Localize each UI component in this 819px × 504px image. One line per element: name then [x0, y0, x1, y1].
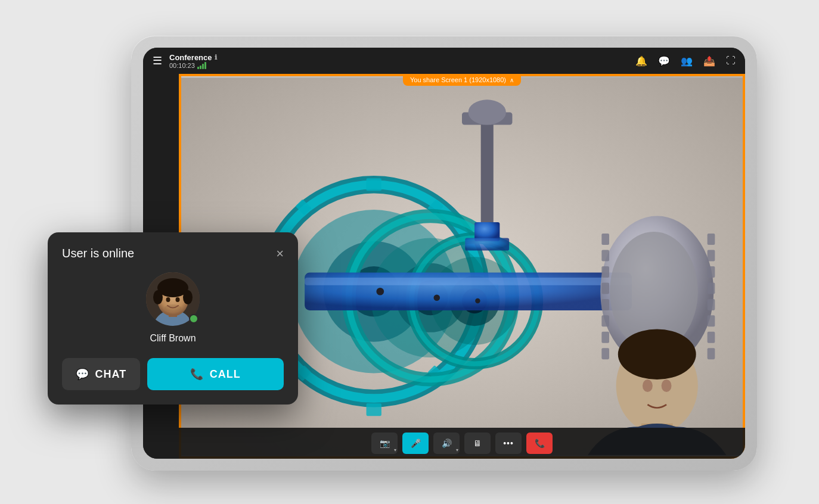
svg-rect-34 [601, 332, 609, 343]
svg-rect-30 [601, 266, 609, 278]
popup-title: User is online [62, 247, 134, 260]
svg-rect-33 [601, 315, 609, 326]
svg-rect-32 [601, 299, 609, 310]
svg-point-54 [618, 329, 696, 379]
svg-rect-28 [601, 234, 609, 245]
conference-info: Conference ℹ 00:10:23 [169, 53, 217, 69]
svg-rect-29 [601, 250, 609, 262]
svg-rect-6 [367, 403, 381, 416]
svg-point-51 [475, 298, 480, 303]
svg-rect-44 [481, 116, 494, 229]
svg-rect-31 [601, 282, 609, 294]
svg-point-56 [662, 379, 672, 392]
chat-button[interactable]: 💬 CHAT [62, 358, 140, 390]
svg-rect-40 [708, 299, 715, 310]
conference-title: Conference ℹ [169, 53, 217, 62]
popup-header: User is online × [62, 247, 284, 260]
svg-rect-25 [305, 278, 632, 285]
signal-bars [197, 62, 206, 69]
user-name: Cliff Brown [150, 333, 196, 344]
svg-rect-43 [708, 348, 715, 359]
svg-point-46 [469, 99, 506, 125]
svg-point-50 [434, 295, 440, 301]
signal-bar-3 [202, 64, 204, 69]
mic-btn[interactable]: 🎤 [402, 433, 429, 454]
chat-btn-icon: 💬 [76, 368, 89, 381]
svg-point-64 [176, 297, 180, 302]
svg-point-65 [165, 304, 181, 312]
more-btn[interactable]: ••• [495, 433, 522, 454]
signal-bar-1 [197, 67, 199, 69]
call-btn-icon: 📞 [190, 368, 204, 381]
info-icon: ℹ [215, 54, 217, 61]
svg-rect-37 [708, 250, 715, 262]
share-banner-text: You share Screen 1 (1920x1080) [410, 76, 506, 83]
bottom-toolbar: 📷 🎤 🔊 🖥 ••• 📞 [179, 428, 745, 459]
app-header: ☰ Conference ℹ 00:10:23 [143, 48, 745, 74]
svg-rect-38 [708, 266, 715, 278]
svg-rect-36 [708, 234, 715, 245]
share-banner-chevron: ∧ [510, 77, 514, 83]
svg-point-55 [643, 379, 653, 392]
svg-rect-41 [708, 315, 715, 326]
scene-container: ☰ Conference ℹ 00:10:23 [0, 0, 819, 504]
fullscreen-icon[interactable]: ⛶ [726, 55, 736, 66]
close-button[interactable]: × [276, 247, 284, 260]
popup-card: User is online × [48, 232, 298, 405]
svg-rect-39 [708, 282, 715, 294]
end-call-btn[interactable]: 📞 [526, 433, 553, 454]
header-actions: 🔔 💬 👥 📤 ⛶ [635, 55, 736, 67]
people-icon[interactable]: 👥 [681, 55, 693, 67]
screen-share-icon[interactable]: 📤 [703, 55, 715, 67]
action-buttons: 💬 CHAT 📞 CALL [62, 358, 284, 390]
call-button[interactable]: 📞 CALL [147, 358, 284, 390]
svg-point-63 [166, 297, 170, 302]
screen-share-btn[interactable]: 🖥 [464, 433, 491, 454]
call-btn-label: CALL [210, 368, 241, 381]
svg-point-62 [183, 290, 193, 304]
signal-bar-2 [200, 66, 201, 69]
chat-icon[interactable]: 💬 [658, 55, 670, 67]
camera-btn[interactable]: 📷 [371, 433, 398, 454]
share-banner: You share Screen 1 (1920x1080) ∧ [403, 74, 521, 86]
speaker-btn[interactable]: 🔊 [433, 433, 460, 454]
svg-rect-42 [708, 332, 715, 343]
svg-rect-35 [601, 348, 609, 359]
svg-rect-48 [465, 238, 509, 251]
avatar-wrapper [146, 272, 200, 326]
conference-timer: 00:10:23 [169, 62, 217, 69]
menu-icon[interactable]: ☰ [153, 54, 162, 67]
svg-rect-5 [367, 178, 381, 191]
signal-bar-4 [204, 62, 206, 69]
user-info: Cliff Brown [62, 272, 284, 344]
bell-icon[interactable]: 🔔 [635, 55, 647, 67]
svg-point-49 [376, 288, 384, 295]
svg-point-61 [153, 290, 163, 304]
chat-btn-label: CHAT [95, 368, 127, 381]
online-indicator [189, 314, 198, 323]
